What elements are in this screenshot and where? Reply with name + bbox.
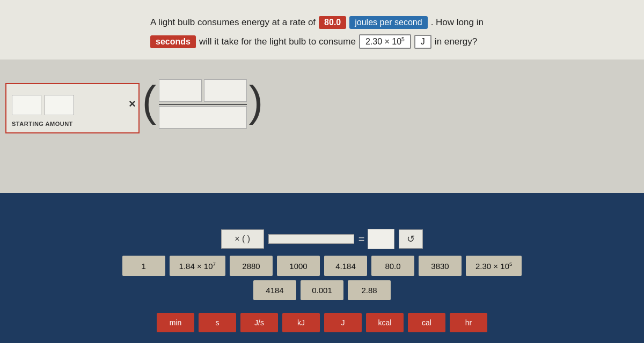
unit-btn-j[interactable]: J xyxy=(324,313,362,332)
num-btn-3830[interactable]: 3830 xyxy=(419,256,462,276)
problem-line-1: A light bulb consumes energy at a rate o… xyxy=(150,16,623,29)
energy-unit-box: J xyxy=(414,35,431,49)
unit-btn-s[interactable]: s xyxy=(199,313,236,332)
unit-btn-kcal[interactable]: kcal xyxy=(366,313,404,332)
starting-label: STARTING AMOUNT xyxy=(12,121,133,127)
paren-group: ( ) xyxy=(142,79,263,129)
number-row-1: 1 1.84 × 107 2880 1000 4.184 80.0 3830 2… xyxy=(122,256,522,276)
starting-amount-box: STARTING AMOUNT xyxy=(5,83,140,133)
line1-post-text: . How long in xyxy=(431,17,484,28)
num-btn-4184[interactable]: 4184 xyxy=(253,280,296,300)
fraction-boxes xyxy=(159,79,247,129)
equals-area: = xyxy=(358,229,395,249)
num-btn-80[interactable]: 80.0 xyxy=(371,256,414,276)
line1-pre-text: A light bulb consumes energy at a rate o… xyxy=(150,17,316,28)
rate-unit-badge: joules per second xyxy=(349,16,427,29)
line2-mid-text: will it take for the light bulb to consu… xyxy=(199,36,356,47)
fraction-top-right[interactable] xyxy=(204,79,247,102)
multiply-display: × ( ) xyxy=(221,229,264,249)
multiply-symbol: × xyxy=(129,97,136,111)
num-btn-0001[interactable]: 0.001 xyxy=(301,280,343,300)
num-btn-2880[interactable]: 2880 xyxy=(230,256,273,276)
input-display[interactable] xyxy=(268,234,354,244)
fraction-top-row xyxy=(159,79,247,102)
unit-btn-cal[interactable]: cal xyxy=(408,313,445,332)
equals-sign: = xyxy=(358,233,365,245)
starting-amount-area: STARTING AMOUNT xyxy=(5,83,140,133)
fraction-bottom-row xyxy=(159,106,247,129)
unit-btn-js[interactable]: J/s xyxy=(240,313,278,332)
calculator-row: × ( ) = ↺ xyxy=(0,229,644,249)
unit-buttons-area: min s J/s kJ J kcal cal hr xyxy=(0,313,644,332)
num-btn-1[interactable]: 1 xyxy=(122,256,165,276)
starting-numerator-left[interactable] xyxy=(12,95,41,115)
num-btn-1000[interactable]: 1000 xyxy=(277,256,320,276)
unit-btn-kj[interactable]: kJ xyxy=(282,313,320,332)
problem-line-2: seconds will it take for the light bulb … xyxy=(150,34,623,49)
num-btn-1e7[interactable]: 1.84 × 107 xyxy=(170,256,225,276)
unit-btn-min[interactable]: min xyxy=(157,313,194,332)
num-btn-288[interactable]: 2.88 xyxy=(348,280,391,300)
fraction-bottom-box[interactable] xyxy=(159,106,247,129)
starting-numerator-right[interactable] xyxy=(45,95,74,115)
paren-display: ( ) xyxy=(242,234,250,243)
rate-value-badge: 80.0 xyxy=(319,16,346,29)
left-paren: ( xyxy=(142,80,157,123)
starting-top-row xyxy=(12,95,133,115)
num-btn-2-3e5[interactable]: 2.30 × 105 xyxy=(466,256,522,276)
answer-unit-badge: seconds xyxy=(150,35,196,48)
problem-area: A light bulb consumes energy at a rate o… xyxy=(0,0,644,59)
fraction-divider xyxy=(159,104,247,105)
result-box[interactable] xyxy=(368,229,394,249)
unit-btn-hr[interactable]: hr xyxy=(450,313,487,332)
fraction-visual-area: × ( ) xyxy=(129,79,263,129)
undo-button[interactable]: ↺ xyxy=(399,229,423,249)
line2-post-text: in energy? xyxy=(435,36,477,47)
right-paren: ) xyxy=(249,80,264,123)
bottom-panel: × ( ) = ↺ 1 1.84 × 107 2880 1000 4.184 8… xyxy=(0,193,644,343)
energy-value-box: 2.30 × 105 xyxy=(359,34,411,49)
number-row-2: 4184 0.001 2.88 xyxy=(253,280,391,300)
number-buttons-area: 1 1.84 × 107 2880 1000 4.184 80.0 3830 2… xyxy=(0,256,644,300)
num-btn-4184-small[interactable]: 4.184 xyxy=(324,256,367,276)
fraction-top-left[interactable] xyxy=(159,79,202,102)
